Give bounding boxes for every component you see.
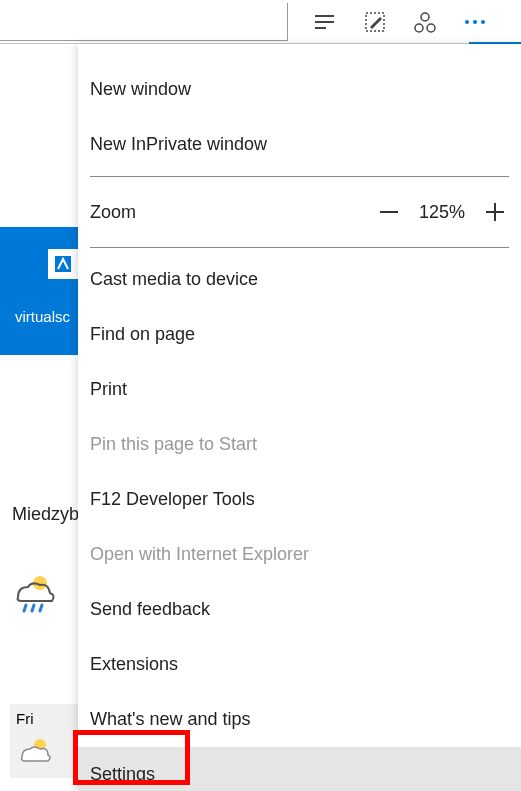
svg-point-3 xyxy=(427,24,435,32)
menu-settings[interactable]: Settings xyxy=(78,747,521,791)
menu-label: Settings xyxy=(90,764,155,785)
partial-headline: Miedzyb xyxy=(12,504,79,525)
tile-app-icon xyxy=(48,249,78,279)
menu-find[interactable]: Find on page xyxy=(78,307,521,362)
weather-icon-partly-cloudy xyxy=(16,735,72,772)
menu-label: What's new and tips xyxy=(90,709,251,730)
menu-label: New InPrivate window xyxy=(90,134,267,155)
menu-feedback[interactable]: Send feedback xyxy=(78,582,521,637)
menu-label: Cast media to device xyxy=(90,269,258,290)
forecast-day[interactable]: Fri xyxy=(10,704,78,778)
more-icon[interactable] xyxy=(463,10,487,34)
svg-point-6 xyxy=(481,20,485,24)
svg-point-5 xyxy=(473,20,477,24)
svg-point-2 xyxy=(415,24,423,32)
zoom-out-button[interactable] xyxy=(375,198,403,226)
menu-devtools[interactable]: F12 Developer Tools xyxy=(78,472,521,527)
reading-view-icon[interactable] xyxy=(313,10,337,34)
menu-open-ie: Open with Internet Explorer xyxy=(78,527,521,582)
day-label: Fri xyxy=(16,710,72,727)
menu-label: Print xyxy=(90,379,127,400)
toolbar-icons xyxy=(313,10,497,34)
web-note-icon[interactable] xyxy=(363,10,387,34)
menu-new-window[interactable]: New window xyxy=(78,62,521,117)
menu-label: Send feedback xyxy=(90,599,210,620)
more-menu: New window New InPrivate window Zoom 125… xyxy=(78,44,521,791)
start-tile[interactable]: virtualsc xyxy=(0,227,78,355)
menu-print[interactable]: Print xyxy=(78,362,521,417)
menu-label: Find on page xyxy=(90,324,195,345)
svg-point-1 xyxy=(421,13,429,21)
menu-new-inprivate[interactable]: New InPrivate window xyxy=(78,117,521,172)
zoom-label: Zoom xyxy=(90,202,136,223)
zoom-in-button[interactable] xyxy=(481,198,509,226)
menu-label: Pin this page to Start xyxy=(90,434,257,455)
menu-divider xyxy=(90,176,509,177)
zoom-value: 125% xyxy=(419,202,465,223)
menu-divider xyxy=(90,247,509,248)
weather-icon-sun-rain xyxy=(8,569,58,628)
menu-label: New window xyxy=(90,79,191,100)
svg-point-4 xyxy=(465,20,469,24)
menu-label: F12 Developer Tools xyxy=(90,489,255,510)
share-icon[interactable] xyxy=(413,10,437,34)
address-bar[interactable] xyxy=(0,3,288,41)
zoom-controls: 125% xyxy=(375,198,509,226)
menu-whats-new[interactable]: What's new and tips xyxy=(78,692,521,747)
menu-cast[interactable]: Cast media to device xyxy=(78,252,521,307)
toolbar xyxy=(0,0,521,44)
menu-extensions[interactable]: Extensions xyxy=(78,637,521,692)
tile-label: virtualsc xyxy=(15,308,70,325)
menu-label: Extensions xyxy=(90,654,178,675)
menu-label: Open with Internet Explorer xyxy=(90,544,309,565)
menu-zoom: Zoom 125% xyxy=(78,181,521,243)
page-background: virtualsc Miedzyb Fri xyxy=(0,44,78,791)
menu-pin-to-start: Pin this page to Start xyxy=(78,417,521,472)
